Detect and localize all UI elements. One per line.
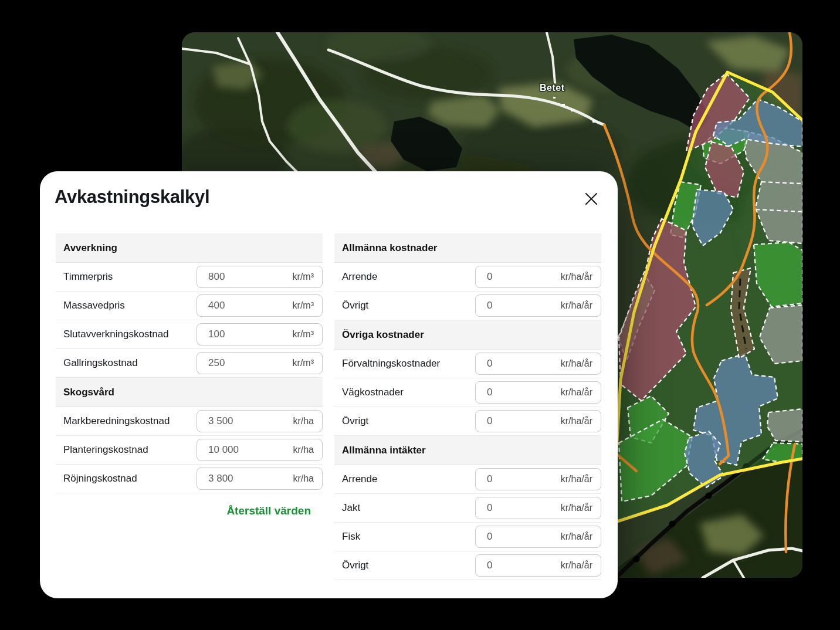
modal-title: Avkastningskalkyl <box>55 187 209 208</box>
row-label: Fisk <box>342 531 360 543</box>
value-input[interactable]: 0kr/ha/år <box>475 554 601 577</box>
section-header: Allmänna kostnader <box>334 233 601 263</box>
section-header-label: Avverkning <box>63 242 117 254</box>
form-row: Arrende0kr/ha/år <box>334 263 601 292</box>
form-column-right: Allmänna kostnaderArrende0kr/ha/årÖvrigt… <box>334 233 601 580</box>
value-input[interactable]: 800kr/m³ <box>197 266 323 288</box>
form-row: Timmerpris800kr/m³ <box>56 263 323 292</box>
form-row: Massavedpris400kr/m³ <box>56 292 323 320</box>
value-input[interactable]: 0kr/ha/år <box>475 381 601 404</box>
input-value: 0 <box>487 387 492 398</box>
form-row: Övrigt0kr/ha/år <box>334 292 601 320</box>
input-value: 3 500 <box>208 415 233 427</box>
value-input[interactable]: 0kr/ha/år <box>475 410 601 432</box>
value-input[interactable]: 3 500kr/ha <box>197 410 323 432</box>
form-row: Arrende0kr/ha/år <box>334 465 601 494</box>
input-unit: kr/ha/år <box>561 503 592 513</box>
row-label: Jakt <box>342 502 360 514</box>
row-label: Övrigt <box>342 300 368 311</box>
input-unit: kr/m³ <box>293 272 314 282</box>
input-unit: kr/ha/år <box>561 474 592 485</box>
row-label: Övrigt <box>342 560 368 571</box>
value-input[interactable]: 0kr/ha/år <box>475 266 601 288</box>
row-label: Övrigt <box>342 415 368 427</box>
row-label: Massavedpris <box>63 300 125 311</box>
input-unit: kr/ha <box>293 473 314 484</box>
input-unit: kr/ha/år <box>561 300 592 311</box>
input-unit: kr/ha <box>293 416 314 426</box>
value-input[interactable]: 0kr/ha/år <box>475 497 601 519</box>
input-unit: kr/ha/år <box>561 531 592 542</box>
row-label: Slutavverkningskostnad <box>63 328 169 340</box>
value-input[interactable]: 0kr/ha/år <box>475 353 601 375</box>
input-unit: kr/m³ <box>293 300 314 311</box>
form-row: Röjningskostnad3 800kr/ha <box>56 465 323 493</box>
value-input[interactable]: 400kr/m³ <box>197 294 323 317</box>
input-value: 0 <box>487 531 492 543</box>
form-column-left: AvverkningTimmerpris800kr/m³Massavedpris… <box>56 233 323 580</box>
section-header-label: Övriga kostnader <box>342 329 424 341</box>
input-value: 0 <box>487 473 492 485</box>
section-header: Skogsvård <box>56 378 323 407</box>
value-input[interactable]: 100kr/m³ <box>197 323 323 346</box>
form-row: Markberedningskostnad3 500kr/ha <box>56 407 323 436</box>
form-row: Gallringskostnad250kr/m³ <box>56 349 323 378</box>
row-label: Planteringskostnad <box>63 444 148 456</box>
row-label: Timmerpris <box>63 271 113 283</box>
form-row: Vägkostnader0kr/ha/år <box>334 378 601 407</box>
row-label: Vägkostnader <box>342 387 404 398</box>
value-input[interactable]: 10 000kr/ha <box>197 439 323 461</box>
value-input[interactable]: 0kr/ha/år <box>475 294 601 317</box>
input-value: 250 <box>208 357 225 369</box>
input-value: 0 <box>487 358 492 370</box>
form-row: Förvaltningskostnader0kr/ha/år <box>334 350 601 378</box>
input-unit: kr/ha/år <box>561 272 592 282</box>
row-label: Gallringskostnad <box>63 357 138 369</box>
row-label: Markberedningskostnad <box>63 415 170 427</box>
form-columns: AvverkningTimmerpris800kr/m³Massavedpris… <box>56 233 601 580</box>
form-row: Övrigt0kr/ha/år <box>334 407 601 436</box>
input-value: 3 800 <box>208 473 233 485</box>
input-value: 0 <box>487 502 492 514</box>
input-value: 0 <box>487 560 492 571</box>
value-input[interactable]: 3 800kr/ha <box>197 468 323 490</box>
row-label: Arrende <box>342 271 377 283</box>
yield-calculator-modal: Avkastningskalkyl AvverkningTimmerpris80… <box>40 171 618 598</box>
section-header: Allmänna intäkter <box>334 436 601 465</box>
input-unit: kr/ha <box>293 445 314 455</box>
section-header-label: Skogsvård <box>63 387 114 398</box>
close-icon <box>584 192 598 206</box>
form-row: Jakt0kr/ha/år <box>334 494 601 523</box>
input-value: 0 <box>487 271 492 283</box>
input-unit: kr/ha/år <box>561 358 592 369</box>
form-row: Övrigt0kr/ha/år <box>334 551 601 580</box>
input-value: 10 000 <box>208 444 239 456</box>
section-header: Övriga kostnader <box>334 320 601 350</box>
value-input[interactable]: 250kr/m³ <box>197 352 323 374</box>
row-label: Arrende <box>342 473 377 485</box>
row-label: Röjningskostnad <box>63 473 137 485</box>
row-label: Förvaltningskostnader <box>342 358 440 370</box>
form-row: Slutavverkningskostnad100kr/m³ <box>56 320 323 349</box>
reset-values-link[interactable]: Återställ värden <box>226 504 311 517</box>
input-value: 400 <box>208 300 225 311</box>
input-unit: kr/m³ <box>293 329 314 340</box>
close-button[interactable] <box>582 190 600 208</box>
input-value: 0 <box>487 300 492 311</box>
section-header-label: Allmänna kostnader <box>342 242 438 254</box>
input-unit: kr/ha/år <box>561 416 592 426</box>
input-unit: kr/ha/år <box>561 560 592 571</box>
map-place-label: Betet <box>540 83 565 93</box>
value-input[interactable]: 0kr/ha/år <box>475 526 601 548</box>
input-unit: kr/ha/år <box>561 387 592 398</box>
reset-row: Återställ värden <box>56 493 323 517</box>
section-header: Avverkning <box>56 233 323 263</box>
input-value: 100 <box>208 328 225 340</box>
form-row: Fisk0kr/ha/år <box>334 523 601 551</box>
section-header-label: Allmänna intäkter <box>342 445 426 456</box>
input-value: 0 <box>487 415 492 427</box>
input-value: 800 <box>208 271 225 283</box>
form-row: Planteringskostnad10 000kr/ha <box>56 436 323 465</box>
value-input[interactable]: 0kr/ha/år <box>475 468 601 490</box>
input-unit: kr/m³ <box>293 358 314 368</box>
